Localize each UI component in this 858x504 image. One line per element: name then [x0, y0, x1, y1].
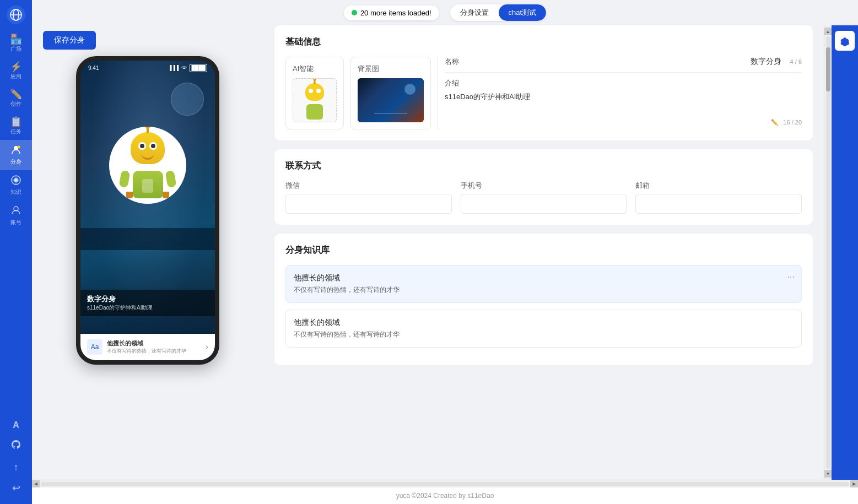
tab-chat-ceshi[interactable]: chat测试: [499, 4, 547, 21]
settings-icon: [839, 35, 850, 46]
email-label: 邮箱: [635, 181, 802, 191]
phone-input[interactable]: [461, 194, 627, 214]
ai-label: AI智能: [293, 64, 337, 74]
main-content: 20 more items loaded! 分身设置 chat测试 保存分身 9…: [32, 0, 858, 504]
scroll-thumb[interactable]: [826, 47, 830, 91]
footer: yuca ©2024 Created by s11eDao: [32, 487, 858, 504]
sidebar-item-yingyong[interactable]: ⚡ 应用: [0, 57, 32, 85]
phone-mockup: 9:41 ▐▐▐ ████: [76, 56, 219, 365]
email-field: 邮箱: [635, 181, 802, 214]
phone-avatar-desc: s11eDao的守护神和AI助理: [87, 304, 208, 312]
card-text: 他擅长的领域 不仅有写诗的热情，还有写诗的才华: [107, 339, 201, 355]
phone-info-bar: 数字分身 s11eDao的守护神和AI助理: [80, 290, 215, 316]
zhishi-icon: [10, 175, 21, 187]
tab-group: 分身设置 chat测试: [450, 4, 547, 21]
yingyong-icon: ⚡: [10, 62, 22, 72]
upload-icon: ↑: [14, 462, 19, 473]
edit-icon: ✏️: [771, 119, 779, 126]
footer-text: yuca ©2024 Created by s11eDao: [396, 492, 494, 500]
sidebar-label-chuangzuo: 创作: [10, 100, 21, 108]
card-subtitle: 不仅有写诗的热情，还有写诗的才华: [107, 348, 201, 355]
sidebar-item-translate[interactable]: A: [10, 416, 21, 435]
knowledge-title-2: 他擅长的领域: [294, 318, 794, 328]
form-panel: 基础信息 AI智能: [263, 25, 824, 480]
sidebar-item-guangchang[interactable]: 🏪 广场: [0, 30, 32, 57]
notification-badge: 20 more items loaded!: [344, 6, 439, 20]
settings-panel: [832, 25, 858, 480]
knowledge-desc-1: 不仅有写诗的热情，还有写诗的才华: [294, 285, 794, 295]
contact-section: 联系方式 微信 手机号 邮箱: [274, 149, 813, 225]
knowledge-section: 分身知识库 ··· 他擅长的领域 不仅有写诗的热情，还有写诗的才华 他擅长的领域…: [274, 234, 813, 365]
wifi-icon: [181, 64, 187, 71]
translate-icon: A: [13, 420, 19, 430]
phone-field: 手机号: [461, 181, 627, 214]
sidebar-item-back[interactable]: ↩: [10, 478, 21, 498]
knowledge-menu[interactable]: ···: [787, 272, 795, 282]
fenshen-icon: [10, 144, 21, 157]
tab-fenshen-shezhi[interactable]: 分身设置: [450, 4, 499, 21]
ai-thumbnail[interactable]: [293, 78, 337, 122]
name-label: 名称: [445, 57, 459, 67]
card-title: 他擅长的领域: [107, 339, 201, 348]
sidebar-item-zhanghao[interactable]: 账号: [0, 200, 32, 231]
name-intro-block: 名称 数字分身 4 / 6 介绍 s11eDao的守护神和AI助理: [445, 57, 802, 129]
scroll-track: [826, 36, 830, 469]
sidebar-label-yingyong: 应用: [10, 73, 21, 80]
sidebar-label-zhishi: 知识: [10, 188, 21, 196]
sidebar-item-renwu[interactable]: 📋 任务: [0, 112, 32, 140]
save-button[interactable]: 保存分身: [43, 31, 96, 50]
bg-thumbnail[interactable]: [358, 78, 424, 122]
sidebar-label-renwu: 任务: [10, 128, 21, 136]
sidebar-item-fenshen[interactable]: 分身: [0, 140, 32, 170]
name-count: 4 / 6: [790, 58, 802, 65]
card-icon: Aa: [87, 339, 102, 355]
scroll-up-btn[interactable]: ▲: [824, 28, 832, 35]
intro-count: 16 / 20: [783, 119, 802, 126]
chuangzuo-icon: ✏️: [10, 89, 22, 99]
notification-text: 20 more items loaded!: [360, 9, 431, 17]
sidebar-item-zhishi[interactable]: 知识: [0, 170, 32, 200]
zhanghao-icon: [10, 205, 21, 218]
h-scroll-left[interactable]: ◀: [32, 480, 40, 488]
right-scrollbar: ▲ ▼: [824, 25, 832, 480]
name-row: 名称 数字分身 4 / 6: [445, 57, 802, 73]
knowledge-card-default[interactable]: 他擅长的领域 不仅有写诗的热情，还有写诗的才华: [285, 310, 802, 348]
battery-icon: ████: [190, 64, 207, 72]
renwu-icon: 📋: [10, 117, 22, 127]
knowledge-card-active[interactable]: ··· 他擅长的领域 不仅有写诗的热情，还有写诗的才华: [285, 265, 802, 303]
intro-block: 介绍 s11eDao的守护神和AI助理 ✏️ 16 / 20: [445, 78, 802, 126]
email-input[interactable]: [635, 194, 802, 214]
svg-point-4: [18, 146, 20, 149]
sidebar-logo[interactable]: [7, 6, 25, 24]
phone-panel: 保存分身 9:41 ▐▐▐ ████: [32, 25, 263, 480]
phone-bottom-card: Aa 他擅长的领域 不仅有写诗的热情，还有写诗的才华 ›: [80, 334, 215, 360]
knowledge-desc-2: 不仅有写诗的热情，还有写诗的才华: [294, 330, 794, 339]
wechat-label: 微信: [285, 181, 452, 191]
sidebar-item-github[interactable]: [10, 435, 21, 457]
signal-icon: ▐▐▐: [168, 65, 179, 71]
name-value: 数字分身: [751, 57, 781, 67]
phone-avatar: [109, 127, 186, 204]
h-scroll-right[interactable]: ▶: [850, 480, 858, 488]
basic-info-section: 基础信息 AI智能: [274, 25, 813, 140]
sidebar-label-fenshen: 分身: [10, 158, 21, 166]
h-scroll-track: [41, 482, 849, 486]
sidebar-label-zhanghao: 账号: [10, 219, 21, 226]
sidebar-item-chuangzuo[interactable]: ✏️ 创作: [0, 85, 32, 112]
phone-status-bar: 9:41 ▐▐▐ ████: [80, 61, 215, 73]
intro-label: 介绍: [445, 78, 802, 88]
bg-label: 背景图: [358, 64, 424, 74]
wechat-input[interactable]: [285, 194, 452, 214]
sidebar-item-upload[interactable]: ↑: [10, 457, 21, 478]
phone-label: 手机号: [461, 181, 627, 191]
sidebar: 🏪 广场 ⚡ 应用 ✏️ 创作 📋 任务 分身: [0, 0, 32, 504]
phone-avatar-name: 数字分身: [87, 294, 208, 304]
basic-info-inner: AI智能: [285, 57, 802, 129]
contact-row: 微信 手机号 邮箱: [285, 181, 802, 214]
settings-button[interactable]: [835, 31, 855, 51]
phone-bg: 数字分身 s11eDao的守护神和AI助理 Aa 他擅长的领域 不仅有写诗的热情…: [80, 61, 215, 360]
scroll-down-btn[interactable]: ▼: [824, 470, 832, 478]
github-icon: [10, 439, 21, 453]
phone-time: 9:41: [88, 65, 99, 71]
card-chevron: ›: [206, 342, 208, 352]
